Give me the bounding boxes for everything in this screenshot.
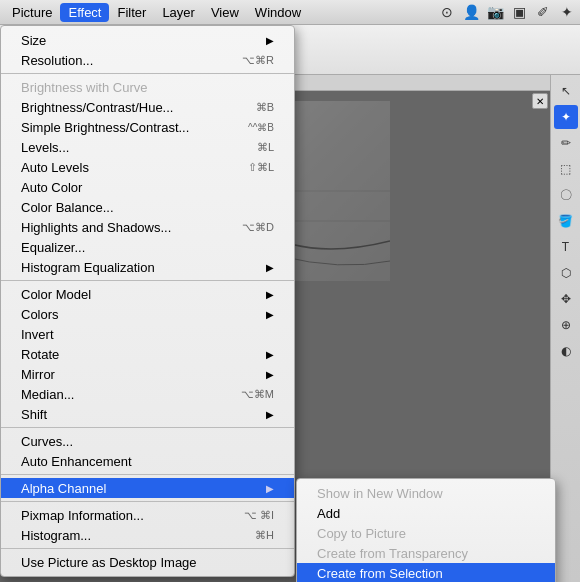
alpha-arrow: ▶ (266, 483, 274, 494)
sep-4 (1, 474, 294, 475)
tool-arrow[interactable]: ↖ (554, 79, 578, 103)
menu-alpha-channel-group: Alpha Channel ▶ Show in New Window Add C… (1, 478, 294, 498)
tool-shape[interactable]: ⬡ (554, 261, 578, 285)
alpha-channel-submenu[interactable]: Show in New Window Add Copy to Picture C… (296, 478, 556, 582)
menu-view[interactable]: View (203, 3, 247, 22)
resolution-shortcut: ⌥⌘R (242, 54, 274, 67)
tool-text[interactable]: T (554, 235, 578, 259)
square-icon[interactable]: ▣ (510, 3, 528, 21)
submenu-create-from-transparency: Create from Transparency (297, 543, 555, 563)
canvas-close-button[interactable]: ✕ (532, 93, 548, 109)
size-arrow: ▶ (266, 35, 274, 46)
pin-icon[interactable]: ✦ (558, 3, 576, 21)
menu-mirror[interactable]: Mirror ▶ (1, 364, 294, 384)
submenu-show-new-window: Show in New Window (297, 483, 555, 503)
menu-shift[interactable]: Shift ▶ (1, 404, 294, 424)
menu-histogram-eq[interactable]: Histogram Equalization ▶ (1, 257, 294, 277)
menu-filter[interactable]: Filter (109, 3, 154, 22)
submenu-create-from-selection[interactable]: Create from Selection (297, 563, 555, 582)
menu-pixmap-info[interactable]: Pixmap Information... ⌥ ⌘I (1, 505, 294, 525)
menu-levels[interactable]: Levels... ⌘L (1, 137, 294, 157)
sep-5 (1, 501, 294, 502)
sep-1 (1, 73, 294, 74)
menu-median[interactable]: Median... ⌥⌘M (1, 384, 294, 404)
tool-draw[interactable]: ✏ (554, 131, 578, 155)
sep-3 (1, 427, 294, 428)
menu-brightness-contrast[interactable]: Brightness/Contrast/Hue... ⌘B (1, 97, 294, 117)
menu-effect[interactable]: Effect (60, 3, 109, 22)
sep-2 (1, 280, 294, 281)
camera-icon[interactable]: 📷 (486, 3, 504, 21)
submenu-add[interactable]: Add (297, 503, 555, 523)
menu-auto-enhance[interactable]: Auto Enhancement (1, 451, 294, 471)
menu-auto-levels[interactable]: Auto Levels ⇧⌘L (1, 157, 294, 177)
pencil-icon[interactable]: ✐ (534, 3, 552, 21)
menu-resolution[interactable]: Resolution... ⌥⌘R (1, 50, 294, 70)
menubar: Picture Effect Filter Layer View Window … (0, 0, 580, 25)
menu-equalizer[interactable]: Equalizer... (1, 237, 294, 257)
menu-rotate[interactable]: Rotate ▶ (1, 344, 294, 364)
tool-rect[interactable]: ⬚ (554, 157, 578, 181)
picture-menu[interactable]: Size ▶ Resolution... ⌥⌘R Brightness with… (0, 25, 295, 577)
user-icon[interactable]: 👤 (462, 3, 480, 21)
tool-move[interactable]: ✥ (554, 287, 578, 311)
menu-simple-brightness[interactable]: Simple Brightness/Contrast... ^^⌘B (1, 117, 294, 137)
sep-6 (1, 548, 294, 549)
tool-zoom[interactable]: ⊕ (554, 313, 578, 337)
menu-highlights[interactable]: Highlights and Shadows... ⌥⌘D (1, 217, 294, 237)
tool-lasso[interactable]: 〇 (554, 183, 578, 207)
tool-active[interactable]: ✦ (554, 105, 578, 129)
tool-eye[interactable]: ◐ (554, 339, 578, 363)
menu-auto-color[interactable]: Auto Color (1, 177, 294, 197)
menu-color-balance[interactable]: Color Balance... (1, 197, 294, 217)
menu-window[interactable]: Window (247, 3, 309, 22)
menu-colors[interactable]: Colors ▶ (1, 304, 294, 324)
tool-fill[interactable]: 🪣 (554, 209, 578, 233)
menu-histogram[interactable]: Histogram... ⌘H (1, 525, 294, 545)
submenu-copy-to-picture: Copy to Picture (297, 523, 555, 543)
menubar-icons: ⊙ 👤 📷 ▣ ✐ ✦ (438, 3, 576, 21)
menu-alpha-channel[interactable]: Alpha Channel ▶ (1, 478, 294, 498)
menu-brightness-curve: Brightness with Curve (1, 77, 294, 97)
menu-curves[interactable]: Curves... (1, 431, 294, 451)
menu-invert[interactable]: Invert (1, 324, 294, 344)
menu-desktop-image[interactable]: Use Picture as Desktop Image (1, 552, 294, 572)
menu-size[interactable]: Size ▶ (1, 30, 294, 50)
menu-color-model[interactable]: Color Model ▶ (1, 284, 294, 304)
target-icon[interactable]: ⊙ (438, 3, 456, 21)
menu-picture[interactable]: Picture (4, 3, 60, 22)
menu-layer[interactable]: Layer (154, 3, 203, 22)
